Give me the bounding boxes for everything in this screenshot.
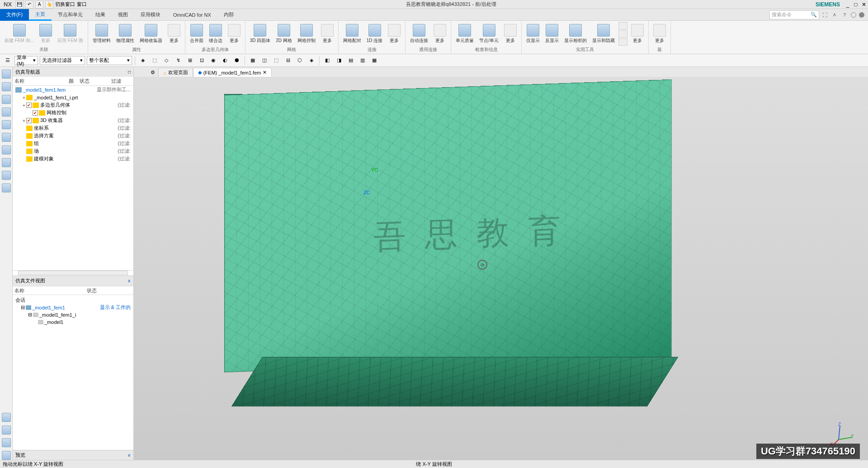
tab-view[interactable]: 视图 (112, 9, 134, 21)
tree-root[interactable]: _model1_fem1.fem 显示部件和工... (13, 86, 133, 94)
rb-icon-lower-4[interactable] (2, 451, 11, 460)
col-name[interactable]: 名称 (13, 77, 67, 85)
col-status[interactable]: 状态 (78, 77, 109, 85)
fv-col-name[interactable]: 名称 (13, 286, 85, 295)
tree-row[interactable]: 组(过滤: (13, 140, 133, 147)
tree-row[interactable]: +_model1_fem1_i.prt (13, 94, 133, 101)
windows-button[interactable]: 窗口 (77, 1, 87, 8)
postproc-icon[interactable] (2, 82, 11, 91)
tb-btn-2[interactable]: ⬚ (150, 56, 160, 66)
merge-faces-button[interactable]: 合并面 (188, 23, 205, 45)
check-more-button[interactable]: 更多 (502, 23, 519, 45)
sew-edges-button[interactable]: 缝合边 (207, 23, 224, 45)
file-menu[interactable]: 文件(F) (0, 9, 29, 21)
text-icon[interactable]: A (35, 0, 43, 9)
tb-btn-18[interactable]: ▤ (346, 56, 356, 66)
restore-button[interactable]: □ (852, 0, 860, 9)
rb-icon-lower-3[interactable] (2, 438, 11, 447)
tab-results[interactable]: 结果 (89, 9, 112, 21)
file-view-header[interactable]: 仿真文件视图 ∧ (13, 276, 133, 286)
sim-nav-tree[interactable]: _model1_fem1.fem 显示部件和工... +_model1_fem1… (13, 86, 133, 270)
show-hide-button[interactable]: 显示和隐藏 (590, 23, 617, 45)
auto-connect-button[interactable]: 自动连接 (408, 23, 430, 45)
collapse-icon[interactable]: ∧ (127, 278, 131, 283)
physical-props-button[interactable]: 物理属性 (114, 23, 136, 45)
preview-header[interactable]: 预览 ∨ (13, 450, 133, 460)
fv-item-1[interactable]: ⊟ _model1_fem1_i (15, 311, 131, 318)
tab-fem-doc[interactable]: ◆(FEM) _model1_fem1.fem✕ (193, 68, 272, 77)
polygeom-more-button[interactable]: 更多 (226, 23, 242, 45)
undo-icon[interactable]: ↶ (25, 0, 33, 9)
util-more-button[interactable]: 更多 (629, 23, 646, 45)
tb-btn-16[interactable]: ◧ (322, 56, 332, 66)
close-button[interactable]: ✕ (860, 0, 868, 9)
tab-omnicad[interactable]: OmniCAD for NX (167, 9, 217, 21)
preview-collapse-icon[interactable]: ∨ (127, 453, 131, 458)
mesh-collector-button[interactable]: 网格收集器 (138, 23, 164, 45)
tb-btn-15[interactable]: ◈ (307, 56, 316, 66)
tb-btn-8[interactable]: ◐ (220, 56, 230, 66)
node-elem-button[interactable]: 节点/单元 (477, 23, 500, 45)
tb-btn-13[interactable]: ⊟ (283, 56, 293, 66)
rb-icon-4[interactable] (2, 108, 11, 117)
selection-filter[interactable]: 无选择过滤器▾ (40, 56, 85, 65)
circle2-icon[interactable] (859, 12, 864, 18)
tree-row[interactable]: +✔3D 收集器(过滤: (13, 117, 133, 124)
col-filter[interactable]: 过滤 (109, 77, 133, 85)
command-search[interactable]: 搜索命令🔍 (769, 10, 819, 19)
tab-home[interactable]: 主页 (29, 9, 52, 21)
rb-icon-7[interactable] (2, 145, 11, 154)
fv-item-0[interactable]: ⊟ _model1_fem1显示 & 工作的 (15, 304, 131, 311)
tb-btn-9[interactable]: ⬢ (232, 56, 242, 66)
mesh-pair-button[interactable]: 网格配对 (341, 23, 363, 45)
graphics-canvas[interactable]: 吾 思 教 育 YC ZC ⟳ Y Z X UG学习群734765190 (134, 77, 868, 460)
mesh-more-button[interactable]: 更多 (319, 23, 335, 45)
fv-col-status[interactable]: 状态 (85, 286, 133, 295)
props-more-button[interactable]: 更多 (166, 23, 182, 45)
tb-btn-7[interactable]: ◉ (208, 56, 218, 66)
tb-btn-17[interactable]: ◨ (334, 56, 344, 66)
tb-btn-5[interactable]: ⊞ (185, 56, 195, 66)
fv-item-2[interactable]: _model1 (15, 318, 131, 326)
tb-btn-19[interactable]: ▥ (358, 56, 368, 66)
rb-icon-lower-1[interactable] (2, 413, 11, 422)
touch-icon[interactable]: 👆 (45, 0, 53, 9)
2d-mesh-button[interactable]: 2D 网格 (274, 23, 294, 45)
switch-window-button[interactable]: 切换窗口 (55, 1, 75, 8)
tb-btn-4[interactable]: ↯ (173, 56, 183, 66)
file-view-tree[interactable]: 会话 ⊟ _model1_fem1显示 & 工作的 ⊟ _model1_fem1… (13, 295, 133, 450)
tab-close-icon[interactable]: ✕ (263, 70, 267, 75)
genconn-more-button[interactable]: 更多 (432, 23, 448, 45)
show-adjacent-button[interactable]: 显示相邻的 (562, 23, 589, 45)
tree-row[interactable]: 场(过滤: (13, 147, 133, 155)
tree-row[interactable]: +✔多边形几何体(过滤: (13, 101, 133, 109)
rb-icon-10[interactable] (2, 183, 11, 192)
tb-btn-6[interactable]: ⊡ (197, 56, 207, 66)
tab-internal[interactable]: 内部 (217, 9, 240, 21)
tab-config-icon[interactable]: ⚙ (147, 68, 158, 77)
menu-dropdown[interactable]: ☰ (3, 56, 13, 66)
tb-btn-1[interactable]: ◈ (138, 56, 148, 66)
util-icon-3[interactable] (618, 38, 627, 46)
nav-hscrollbar[interactable] (18, 271, 128, 275)
tree-row[interactable]: 建模对象(过滤: (13, 155, 133, 163)
1d-connect-button[interactable]: 1D 连接 (365, 23, 385, 45)
rb-icon-6[interactable] (2, 133, 11, 142)
tb-btn-10[interactable]: ▦ (248, 56, 258, 66)
manage-materials-button[interactable]: 管理材料 (91, 23, 113, 45)
col-color[interactable]: 颜 (67, 77, 78, 85)
util-icon-2[interactable] (618, 30, 627, 37)
save-icon[interactable]: 💾 (15, 0, 24, 9)
tb-btn-11[interactable]: ◫ (259, 56, 269, 66)
sim-nav-icon[interactable] (2, 70, 11, 79)
tree-row[interactable]: 坐标系(过滤: (13, 124, 133, 132)
rb-icon-lower-2[interactable] (2, 426, 11, 435)
tree-row[interactable]: ✔网格控制 (13, 109, 133, 117)
elem-quality-button[interactable]: 单元质量 (454, 23, 476, 45)
3d-tet-button[interactable]: 3D 四面体 (248, 23, 273, 45)
pin-icon[interactable]: □ (128, 70, 131, 75)
connect-more-button[interactable]: 更多 (386, 23, 402, 45)
menu-label[interactable]: 菜单(M)▾ (14, 56, 38, 65)
rb-icon-8[interactable] (2, 158, 11, 167)
tab-welcome[interactable]: ⌂欢迎页面 (158, 68, 193, 77)
